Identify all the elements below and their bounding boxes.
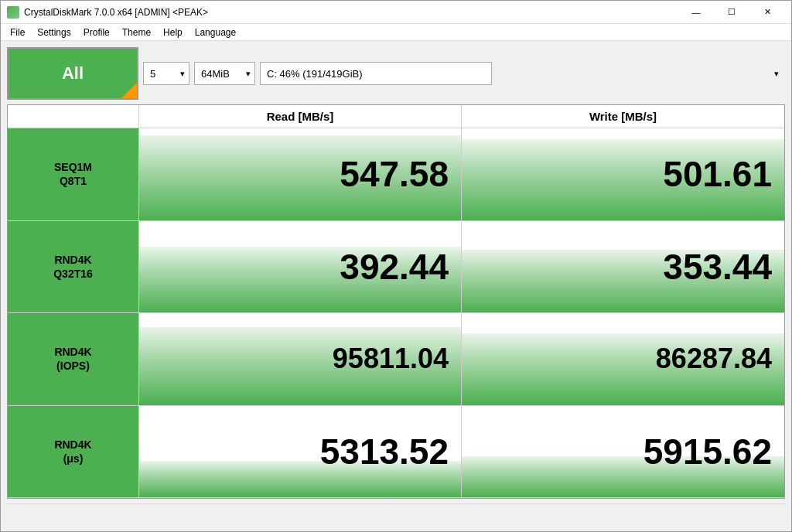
row-0-read: 547.58	[139, 128, 462, 220]
menu-theme[interactable]: Theme	[116, 26, 157, 39]
row-3-read: 5313.52	[139, 406, 462, 498]
menu-file[interactable]: File	[4, 26, 31, 39]
menu-profile[interactable]: Profile	[77, 26, 116, 39]
content-area: All 1 3 5 9 16MiB 32MiB 64MiB 128MiB 256…	[1, 41, 791, 531]
title-bar: CrystalDiskMark 7.0.0 x64 [ADMIN] <PEAK>…	[1, 1, 791, 24]
all-button[interactable]: All	[7, 47, 138, 100]
drive-select[interactable]: C: 46% (191/419GiB)	[260, 62, 492, 85]
count-select[interactable]: 1 3 5 9	[143, 62, 189, 85]
window-title: CrystalDiskMark 7.0.0 x64 [ADMIN] <PEAK>	[24, 7, 678, 18]
results-table: Read [MB/s] Write [MB/s] SEQ1M Q8T1 547	[7, 104, 785, 499]
close-button[interactable]: ✕	[749, 1, 785, 24]
main-window: CrystalDiskMark 7.0.0 x64 [ADMIN] <PEAK>…	[0, 0, 792, 532]
menu-settings[interactable]: Settings	[31, 26, 77, 39]
minimize-button[interactable]: —	[678, 1, 714, 24]
table-row: SEQ1M Q8T1 547.58 501.61	[8, 128, 784, 221]
drive-select-wrapper: C: 46% (191/419GiB)	[260, 62, 785, 85]
app-icon	[7, 6, 19, 19]
table-row: RND4K (IOPS) 95811.04 86287.84	[8, 313, 784, 406]
row-3-write: 5915.62	[462, 406, 784, 498]
row-0-label: SEQ1M Q8T1	[8, 128, 139, 220]
table-body: SEQ1M Q8T1 547.58 501.61	[8, 128, 784, 498]
maximize-button[interactable]: ☐	[714, 1, 749, 24]
count-select-wrapper: 1 3 5 9	[143, 62, 189, 85]
header-read: Read [MB/s]	[139, 105, 462, 128]
table-header: Read [MB/s] Write [MB/s]	[8, 105, 784, 128]
menu-bar: File Settings Profile Theme Help Languag…	[1, 24, 791, 41]
toolbar: All 1 3 5 9 16MiB 32MiB 64MiB 128MiB 256…	[7, 47, 785, 100]
table-row: RND4K Q32T16 392.44 353.44	[8, 221, 784, 314]
window-controls: — ☐ ✕	[678, 1, 785, 24]
table-row: RND4K (μs) 5313.52 5915.62	[8, 406, 784, 499]
row-1-label: RND4K Q32T16	[8, 221, 139, 313]
row-1-write: 353.44	[462, 221, 784, 313]
row-2-label: RND4K (IOPS)	[8, 313, 139, 405]
menu-help[interactable]: Help	[157, 26, 189, 39]
row-1-read: 392.44	[139, 221, 462, 313]
header-label	[8, 105, 139, 128]
row-3-label: RND4K (μs)	[8, 406, 139, 498]
row-2-read: 95811.04	[139, 313, 462, 405]
size-select[interactable]: 16MiB 32MiB 64MiB 128MiB 256MiB 512MiB 1…	[194, 62, 255, 85]
row-0-write: 501.61	[462, 128, 784, 220]
size-select-wrapper: 16MiB 32MiB 64MiB 128MiB 256MiB 512MiB 1…	[194, 62, 255, 85]
row-2-write: 86287.84	[462, 313, 784, 405]
header-write: Write [MB/s]	[462, 105, 784, 128]
menu-language[interactable]: Language	[189, 26, 242, 39]
status-bar	[7, 503, 785, 525]
